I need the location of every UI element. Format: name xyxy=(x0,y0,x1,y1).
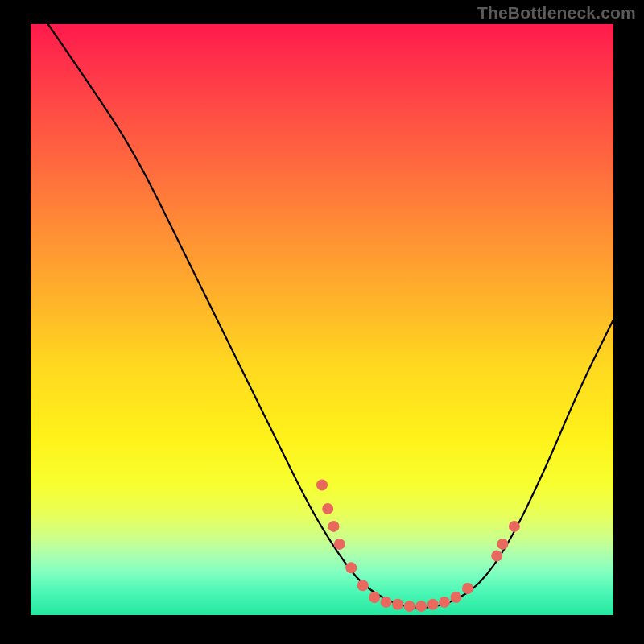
bottleneck-curve xyxy=(48,24,613,608)
scatter-point xyxy=(491,551,502,562)
scatter-point xyxy=(415,601,427,612)
scatter-point xyxy=(439,597,450,608)
scatter-point xyxy=(328,521,340,532)
chart-stage: TheBottleneck.com xyxy=(0,0,644,644)
scatter-point xyxy=(497,539,508,550)
scatter-point xyxy=(334,539,345,550)
scatter-point xyxy=(451,592,462,603)
scatter-point xyxy=(316,480,328,491)
watermark-text: TheBottleneck.com xyxy=(477,3,636,23)
scatter-point xyxy=(392,599,403,610)
scatter-point xyxy=(404,601,415,612)
scatter-points xyxy=(316,480,520,613)
scatter-point xyxy=(357,580,369,591)
chart-svg xyxy=(31,24,613,615)
scatter-point xyxy=(369,592,380,603)
scatter-point xyxy=(322,503,333,514)
scatter-point xyxy=(345,562,357,573)
scatter-point xyxy=(509,521,520,532)
scatter-point xyxy=(427,599,439,610)
scatter-point xyxy=(462,583,473,594)
plot-area xyxy=(31,24,613,615)
scatter-point xyxy=(381,597,392,608)
